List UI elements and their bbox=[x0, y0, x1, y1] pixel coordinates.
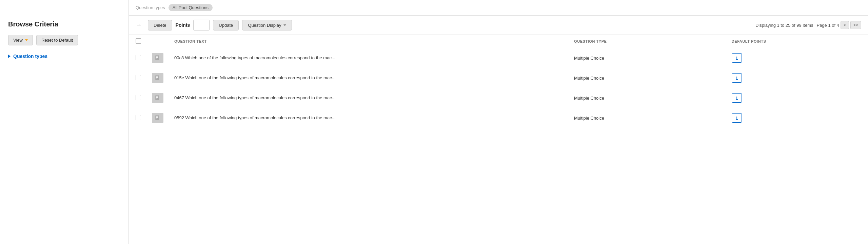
header-default-points: DEFAULT POINTS bbox=[726, 35, 868, 48]
question-icon bbox=[152, 93, 163, 103]
select-all-checkbox[interactable] bbox=[136, 38, 141, 44]
svg-rect-3 bbox=[156, 58, 158, 58]
header-question-text: QUESTION TEXT bbox=[169, 35, 569, 48]
view-button[interactable]: View bbox=[8, 35, 33, 45]
row-icon-cell bbox=[146, 68, 169, 88]
doc-icon bbox=[155, 55, 161, 61]
points-badge: 1 bbox=[732, 53, 742, 63]
row-default-points: 1 bbox=[726, 108, 868, 128]
points-badge: 1 bbox=[732, 73, 742, 83]
row-question-text: 0467 Which one of the following types of… bbox=[169, 88, 569, 108]
row-default-points: 1 bbox=[726, 68, 868, 88]
row-checkbox[interactable] bbox=[136, 95, 141, 100]
points-badge: 1 bbox=[732, 113, 742, 123]
row-question-type: Multiple Choice bbox=[569, 108, 726, 128]
row-question-type: Multiple Choice bbox=[569, 88, 726, 108]
question-types-row[interactable]: Question types bbox=[8, 54, 120, 59]
pagination: Page 1 of 4 > >> bbox=[816, 21, 861, 29]
row-icon-cell bbox=[146, 88, 169, 108]
svg-rect-1 bbox=[156, 57, 158, 57]
svg-rect-10 bbox=[156, 97, 158, 98]
svg-rect-2 bbox=[156, 57, 158, 58]
table-row: 0467 Which one of the following types of… bbox=[129, 88, 868, 108]
svg-rect-13 bbox=[156, 117, 158, 117]
row-question-type: Multiple Choice bbox=[569, 48, 726, 68]
svg-rect-4 bbox=[155, 76, 159, 80]
row-checkbox[interactable] bbox=[136, 55, 141, 60]
question-types-label: Question types bbox=[13, 54, 47, 59]
view-label: View bbox=[13, 38, 23, 43]
svg-rect-8 bbox=[155, 96, 159, 100]
row-checkbox[interactable] bbox=[136, 75, 141, 80]
svg-rect-12 bbox=[155, 116, 159, 120]
svg-rect-5 bbox=[156, 77, 158, 77]
question-display-button[interactable]: Question Display bbox=[242, 20, 292, 30]
svg-rect-14 bbox=[156, 117, 158, 118]
question-icon bbox=[152, 73, 163, 83]
table-row: 015e Which one of the following types of… bbox=[129, 68, 868, 88]
svg-rect-7 bbox=[156, 78, 158, 78]
filter-label: Question types bbox=[136, 5, 165, 10]
header-question-type: QUESTION TYPE bbox=[569, 35, 726, 48]
next-page-button[interactable]: > bbox=[841, 21, 849, 29]
header-checkbox-cell bbox=[129, 35, 146, 48]
row-icon-cell bbox=[146, 108, 169, 128]
toolbar-right: Displaying 1 to 25 of 99 items Page 1 of… bbox=[755, 21, 861, 29]
delete-button[interactable]: Delete bbox=[148, 20, 172, 30]
back-arrow-icon[interactable]: → bbox=[136, 22, 142, 29]
sidebar: Browse Criteria View Reset to Default Qu… bbox=[0, 0, 129, 244]
last-page-button[interactable]: >> bbox=[850, 21, 861, 29]
row-checkbox[interactable] bbox=[136, 115, 141, 120]
row-default-points: 1 bbox=[726, 88, 868, 108]
svg-rect-11 bbox=[156, 98, 158, 98]
points-label: Points bbox=[176, 22, 190, 28]
browse-criteria-title: Browse Criteria bbox=[8, 20, 120, 28]
svg-rect-15 bbox=[156, 118, 158, 118]
points-input[interactable] bbox=[193, 20, 210, 30]
question-icon bbox=[152, 53, 163, 63]
doc-icon bbox=[155, 75, 161, 81]
svg-rect-0 bbox=[155, 56, 159, 60]
row-checkbox-cell bbox=[129, 88, 146, 108]
update-button[interactable]: Update bbox=[213, 20, 239, 30]
question-types-expand-icon bbox=[8, 55, 11, 58]
points-badge: 1 bbox=[732, 93, 742, 103]
doc-icon bbox=[155, 95, 161, 101]
doc-icon bbox=[155, 115, 161, 121]
row-question-text: 015e Which one of the following types of… bbox=[169, 68, 569, 88]
row-question-text: 0592 Which one of the following types of… bbox=[169, 108, 569, 128]
row-icon-cell bbox=[146, 48, 169, 68]
row-question-text: 00c8 Which one of the following types of… bbox=[169, 48, 569, 68]
table-row: 0592 Which one of the following types of… bbox=[129, 108, 868, 128]
toolbar-left: → Delete Points Update Question Display bbox=[136, 20, 752, 30]
header-icon-cell bbox=[146, 35, 169, 48]
svg-rect-9 bbox=[156, 97, 158, 97]
filter-tag[interactable]: All Pool Questions bbox=[169, 4, 213, 11]
displaying-info: Displaying 1 to 25 of 99 items bbox=[755, 23, 813, 28]
svg-rect-6 bbox=[156, 77, 158, 78]
main-content: Question types All Pool Questions → Dele… bbox=[129, 0, 868, 244]
question-icon bbox=[152, 113, 163, 123]
row-checkbox-cell bbox=[129, 48, 146, 68]
view-arrow-icon bbox=[25, 39, 28, 41]
questions-table: QUESTION TEXT QUESTION TYPE DEFAULT POIN… bbox=[129, 35, 868, 128]
reset-to-default-button[interactable]: Reset to Default bbox=[36, 35, 78, 45]
toolbar: → Delete Points Update Question Display … bbox=[129, 16, 868, 35]
page-info: Page 1 of 4 bbox=[816, 23, 839, 28]
question-display-chevron-icon bbox=[283, 24, 286, 26]
filter-bar: Question types All Pool Questions bbox=[129, 0, 868, 16]
row-checkbox-cell bbox=[129, 108, 146, 128]
table-row: 00c8 Which one of the following types of… bbox=[129, 48, 868, 68]
row-default-points: 1 bbox=[726, 48, 868, 68]
table-container: QUESTION TEXT QUESTION TYPE DEFAULT POIN… bbox=[129, 35, 868, 244]
sidebar-controls: View Reset to Default bbox=[8, 35, 120, 45]
row-question-type: Multiple Choice bbox=[569, 68, 726, 88]
question-display-label: Question Display bbox=[248, 23, 281, 28]
row-checkbox-cell bbox=[129, 68, 146, 88]
